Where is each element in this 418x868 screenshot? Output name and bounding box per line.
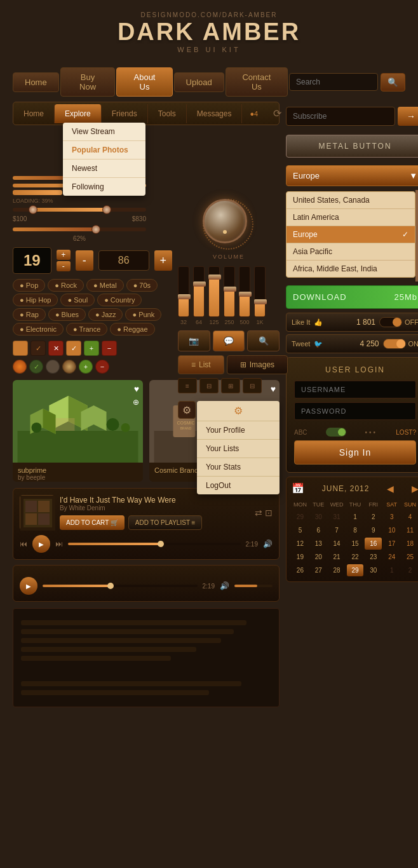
icon-btn-circle-plus[interactable]: + (79, 360, 93, 374)
dd-view-stream[interactable]: View Stream (63, 123, 145, 141)
cal-day-20[interactable]: 20 (310, 551, 327, 563)
tag-country[interactable]: ● Country (97, 294, 142, 306)
prev-btn[interactable]: ⏮ (20, 539, 27, 548)
scrollbar[interactable]: ▲ ▼ (415, 190, 418, 281)
camera-btn[interactable]: 📷 (178, 330, 210, 351)
cal-day-22[interactable]: 22 (347, 551, 364, 563)
step-up-btn[interactable]: + (57, 250, 71, 260)
tag-punk[interactable]: ● Punk (125, 308, 161, 321)
subscribe-btn[interactable]: → (398, 107, 418, 126)
search-button[interactable]: 🔍 (381, 73, 405, 92)
volume-knob[interactable] (203, 199, 247, 243)
number-input[interactable] (98, 250, 149, 271)
nav2-notification-icon[interactable]: ●4 (242, 105, 266, 123)
add-to-cart-btn[interactable]: ADD TO CART 🛒 (60, 515, 125, 530)
dd-popular-photos[interactable]: Popular Photos (63, 141, 145, 159)
lost-link[interactable]: LOST? (396, 429, 416, 436)
icon-btn-orange[interactable] (13, 341, 28, 356)
search-btn-2[interactable]: 🔍 (247, 330, 280, 351)
cm-logout[interactable]: LogOut (197, 477, 280, 494)
subscribe-input[interactable] (286, 107, 395, 126)
nav-aboutus[interactable]: About Us (116, 67, 172, 97)
cal-day-27[interactable]: 27 (310, 564, 327, 576)
cal-day-30-prev[interactable]: 30 (310, 511, 327, 523)
cm-your-profile[interactable]: Your Profile (197, 421, 280, 440)
cal-day-14[interactable]: 14 (328, 538, 346, 550)
volume-icon[interactable]: 🔊 (263, 539, 273, 548)
icon-btn-circle-check[interactable]: ✓ (29, 360, 43, 374)
icon-btn-check-amber[interactable]: ✓ (66, 341, 81, 356)
player2-progress-track[interactable] (43, 585, 198, 587)
dl-item-us[interactable]: United States, Canada (287, 192, 415, 209)
cal-day-28[interactable]: 28 (328, 564, 346, 576)
icon-btn-circle-gray[interactable] (46, 360, 60, 374)
tag-soul[interactable]: ● Soul (60, 294, 95, 306)
cal-day-6[interactable]: 6 (310, 524, 327, 536)
cal-day-18[interactable]: 18 (401, 538, 418, 550)
player2-vol-track[interactable] (234, 585, 273, 587)
search-input[interactable] (289, 73, 378, 91)
images-view-btn[interactable]: ⊞ Images (227, 355, 288, 374)
grid-btn-4[interactable]: ⊟ (243, 378, 262, 393)
icon-btn-circle-multi[interactable] (62, 360, 76, 374)
icon-btn-x[interactable]: ✕ (48, 341, 64, 356)
username-input[interactable] (294, 381, 416, 398)
like-toggle-track[interactable] (379, 317, 402, 327)
cal-day-25[interactable]: 25 (401, 551, 418, 563)
dl-item-latam[interactable]: Latin America (287, 209, 415, 226)
cal-day-24[interactable]: 24 (383, 551, 400, 563)
grid-btn-2[interactable]: ⊟ (199, 378, 219, 393)
cal-day-17[interactable]: 17 (383, 538, 400, 550)
cal-day-7[interactable]: 7 (328, 524, 346, 536)
tag-electronic[interactable]: ● Electronic (13, 323, 64, 336)
cal-day-1-next[interactable]: 1 (383, 564, 400, 576)
dl-item-apac[interactable]: Asia Pacific (287, 243, 415, 261)
tag-pop[interactable]: ● Pop (13, 279, 45, 292)
cal-day-29-prev[interactable]: 29 (292, 511, 309, 523)
sign-in-btn[interactable]: Sign In (294, 440, 416, 465)
nav2-explore[interactable]: Explore (55, 104, 102, 123)
player2-play-btn[interactable]: ▶ (20, 577, 37, 595)
tweet-toggle-track[interactable] (383, 339, 406, 349)
play-btn[interactable]: ▶ (32, 535, 50, 553)
tag-rap[interactable]: ● Rap (13, 308, 46, 321)
tag-blues[interactable]: ● Blues (48, 308, 86, 321)
nav2-home[interactable]: Home (13, 104, 55, 123)
grid-btn-3[interactable]: ⊞ (221, 378, 240, 393)
tag-hiphop[interactable]: ● Hip Hop (13, 294, 58, 306)
cal-day-21[interactable]: 21 (328, 551, 346, 563)
cal-prev-btn[interactable]: ◀ (387, 484, 394, 494)
dd-newest[interactable]: Newest (63, 159, 145, 178)
bookmark-icon[interactable]: ⊡ (265, 508, 273, 518)
cal-day-31-prev[interactable]: 31 (328, 511, 346, 523)
step-down-btn[interactable]: - (57, 261, 71, 271)
icon-btn-circle-orange[interactable] (13, 360, 27, 374)
nav2-friends[interactable]: Friends (102, 104, 148, 123)
dd-following[interactable]: Following (63, 178, 145, 196)
range-slider[interactable] (13, 208, 146, 212)
next-btn[interactable]: ⏭ (55, 539, 63, 548)
tag-jazz[interactable]: ● Jazz (88, 308, 123, 321)
cal-day-8[interactable]: 8 (347, 524, 364, 536)
progress-track[interactable] (68, 543, 241, 545)
cal-day-1[interactable]: 1 (347, 511, 364, 523)
nav-home[interactable]: Home (13, 72, 59, 92)
pct-slider[interactable] (13, 227, 146, 231)
cal-day-12[interactable]: 12 (292, 538, 309, 550)
toggle-abc[interactable] (326, 428, 346, 437)
add-to-playlist-btn[interactable]: ADD TO PLAYLIST ≡ (128, 515, 203, 530)
heart-icon-1[interactable]: ♥ (134, 384, 139, 394)
nav-upload[interactable]: Upload (174, 72, 224, 92)
download-btn[interactable]: DOWNLOAD 25Mb (286, 285, 418, 309)
nav2-messages[interactable]: Messages (187, 104, 243, 123)
tag-reggae[interactable]: ● Reggae (110, 323, 154, 336)
cal-day-29-cur[interactable]: 29 (347, 564, 364, 576)
cal-day-2[interactable]: 2 (365, 511, 382, 523)
dl-item-europe[interactable]: Europe ✓ (287, 226, 415, 243)
player2-vol-icon[interactable]: 🔊 (220, 581, 229, 590)
cal-day-23[interactable]: 23 (365, 551, 382, 563)
cal-day-13[interactable]: 13 (310, 538, 327, 550)
cal-day-15[interactable]: 15 (347, 538, 364, 550)
cal-day-19[interactable]: 19 (292, 551, 309, 563)
chat-btn[interactable]: 💬 (213, 330, 245, 351)
